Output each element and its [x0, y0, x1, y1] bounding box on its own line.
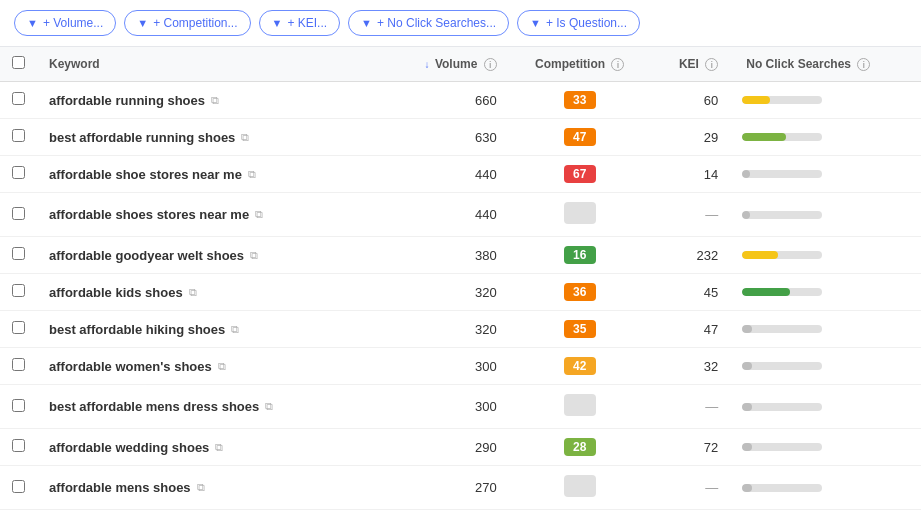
volume-col-header[interactable]: ↓ Volume i	[388, 47, 509, 82]
external-link-icon[interactable]: ⧉	[255, 208, 263, 221]
external-link-icon[interactable]: ⧉	[189, 286, 197, 299]
ncs-cell	[730, 311, 921, 348]
row-checkbox[interactable]	[12, 207, 25, 220]
table-wrapper: Keyword ↓ Volume i Competition i KEI i N…	[0, 47, 921, 510]
ncs-bar-track	[742, 133, 822, 141]
row-checkbox[interactable]	[12, 92, 25, 105]
competition-cell	[509, 193, 651, 237]
external-link-icon[interactable]: ⧉	[197, 481, 205, 494]
ncs-bar-wrapper	[742, 133, 909, 141]
row-checkbox-cell	[0, 193, 37, 237]
keyword-link: affordable mens shoes ⧉	[49, 480, 205, 495]
ncs-cell	[730, 156, 921, 193]
row-checkbox-cell	[0, 237, 37, 274]
keyword-col-header: Keyword	[37, 47, 388, 82]
volume-cell: 320	[388, 274, 509, 311]
keyword-link: affordable goodyear welt shoes ⧉	[49, 248, 258, 263]
filter-chip-volume[interactable]: ▼+ Volume...	[14, 10, 116, 36]
kei-cell: 29	[651, 119, 730, 156]
kei-cell: —	[651, 193, 730, 237]
ncs-bar-fill	[742, 251, 778, 259]
volume-cell: 380	[388, 237, 509, 274]
ncs-bar-fill	[742, 288, 790, 296]
table-body: affordable running shoes ⧉ 6603360 best …	[0, 82, 921, 510]
competition-cell	[509, 466, 651, 510]
ncs-bar-fill	[742, 133, 786, 141]
kei-cell: 14	[651, 156, 730, 193]
keyword-text: best affordable mens dress shoes	[49, 399, 259, 414]
keyword-text: affordable goodyear welt shoes	[49, 248, 244, 263]
keyword-text: best affordable hiking shoes	[49, 322, 225, 337]
filter-chip-kei[interactable]: ▼+ KEI...	[259, 10, 341, 36]
external-link-icon[interactable]: ⧉	[265, 400, 273, 413]
kei-dash: —	[705, 207, 718, 222]
ncs-bar-fill	[742, 484, 752, 492]
row-checkbox[interactable]	[12, 166, 25, 179]
ncs-bar-wrapper	[742, 362, 909, 370]
external-link-icon[interactable]: ⧉	[211, 94, 219, 107]
keyword-cell: affordable shoes stores near me ⧉	[37, 193, 388, 237]
table-row: best affordable running shoes ⧉ 6304729	[0, 119, 921, 156]
filter-bar: ▼+ Volume...▼+ Competition...▼+ KEI...▼+…	[0, 0, 921, 47]
ncs-cell	[730, 274, 921, 311]
ncs-bar-track	[742, 325, 822, 333]
row-checkbox[interactable]	[12, 321, 25, 334]
row-checkbox[interactable]	[12, 284, 25, 297]
keyword-text: affordable shoe stores near me	[49, 167, 242, 182]
ncs-bar-wrapper	[742, 211, 909, 219]
ncs-bar-wrapper	[742, 325, 909, 333]
ncs-bar-track	[742, 170, 822, 178]
keyword-text: affordable kids shoes	[49, 285, 183, 300]
table-row: affordable women's shoes ⧉ 3004232	[0, 348, 921, 385]
external-link-icon[interactable]: ⧉	[218, 360, 226, 373]
table-row: affordable goodyear welt shoes ⧉ 3801623…	[0, 237, 921, 274]
filter-chip-is-question[interactable]: ▼+ Is Question...	[517, 10, 640, 36]
ncs-bar-track	[742, 443, 822, 451]
row-checkbox[interactable]	[12, 129, 25, 142]
keyword-link: affordable wedding shoes ⧉	[49, 440, 223, 455]
row-checkbox[interactable]	[12, 399, 25, 412]
keyword-text: affordable shoes stores near me	[49, 207, 249, 222]
external-link-icon[interactable]: ⧉	[248, 168, 256, 181]
ncs-bar-wrapper	[742, 251, 909, 259]
row-checkbox-cell	[0, 466, 37, 510]
ncs-bar-wrapper	[742, 403, 909, 411]
competition-badge-empty	[564, 394, 596, 416]
table-row: affordable shoe stores near me ⧉ 4406714	[0, 156, 921, 193]
row-checkbox[interactable]	[12, 358, 25, 371]
select-all-checkbox[interactable]	[12, 56, 25, 69]
volume-cell: 630	[388, 119, 509, 156]
table-row: affordable running shoes ⧉ 6603360	[0, 82, 921, 119]
filter-icon: ▼	[137, 17, 148, 29]
external-link-icon[interactable]: ⧉	[215, 441, 223, 454]
external-link-icon[interactable]: ⧉	[231, 323, 239, 336]
kei-info-icon[interactable]: i	[705, 58, 718, 71]
kei-cell: —	[651, 466, 730, 510]
ncs-bar-track	[742, 96, 822, 104]
external-link-icon[interactable]: ⧉	[241, 131, 249, 144]
volume-info-icon[interactable]: i	[484, 58, 497, 71]
keyword-link: affordable women's shoes ⧉	[49, 359, 226, 374]
row-checkbox[interactable]	[12, 439, 25, 452]
keyword-cell: affordable kids shoes ⧉	[37, 274, 388, 311]
external-link-icon[interactable]: ⧉	[250, 249, 258, 262]
filter-chip-no-click-searches[interactable]: ▼+ No Click Searches...	[348, 10, 509, 36]
keyword-cell: affordable shoe stores near me ⧉	[37, 156, 388, 193]
competition-info-icon[interactable]: i	[611, 58, 624, 71]
filter-chip-competition[interactable]: ▼+ Competition...	[124, 10, 250, 36]
competition-cell: 28	[509, 429, 651, 466]
table-header: Keyword ↓ Volume i Competition i KEI i N…	[0, 47, 921, 82]
keyword-cell: best affordable mens dress shoes ⧉	[37, 385, 388, 429]
competition-cell: 42	[509, 348, 651, 385]
row-checkbox[interactable]	[12, 480, 25, 493]
row-checkbox-cell	[0, 385, 37, 429]
keyword-text: affordable running shoes	[49, 93, 205, 108]
volume-cell: 440	[388, 193, 509, 237]
table-row: affordable shoes stores near me ⧉ 440—	[0, 193, 921, 237]
ncs-info-icon[interactable]: i	[857, 58, 870, 71]
ncs-bar-track	[742, 484, 822, 492]
keyword-cell: best affordable hiking shoes ⧉	[37, 311, 388, 348]
kei-cell: —	[651, 385, 730, 429]
row-checkbox[interactable]	[12, 247, 25, 260]
competition-cell: 67	[509, 156, 651, 193]
